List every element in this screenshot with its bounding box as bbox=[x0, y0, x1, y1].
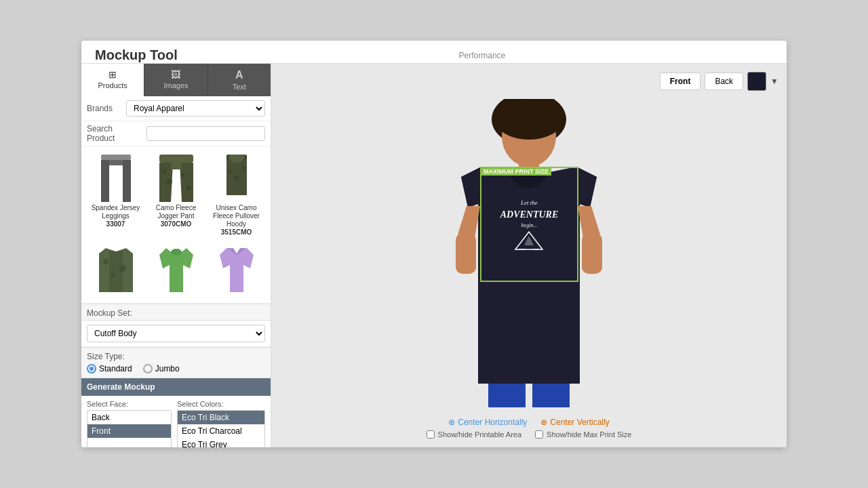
design-text: Let the ADVENTURE begin... bbox=[500, 199, 559, 254]
size-type-section: Size Type: Standard Jumbo bbox=[81, 347, 271, 378]
product-sku: 33007 bbox=[106, 220, 125, 228]
list-item[interactable] bbox=[147, 242, 205, 299]
search-input[interactable] bbox=[146, 126, 265, 141]
back-view-button[interactable]: Back bbox=[705, 73, 743, 90]
svg-rect-22 bbox=[109, 251, 123, 292]
generate-header: Generate Mockup bbox=[81, 378, 271, 396]
product-name: Camo Fleece Jogger Pant bbox=[151, 204, 201, 220]
svg-point-32 bbox=[495, 99, 563, 140]
product-grid: Spandex Jersey Leggings 33007 bbox=[81, 146, 271, 304]
right-panel: Front Back ▼ bbox=[271, 64, 787, 447]
generate-content: Select Face: Back Front Select Colors: E… bbox=[81, 396, 271, 447]
brands-label: Brands bbox=[87, 104, 121, 113]
tab-text[interactable]: A Text bbox=[208, 64, 271, 96]
center-vertically-button[interactable]: ⊕ Center Vertically bbox=[540, 418, 609, 427]
svg-point-17 bbox=[228, 169, 232, 174]
radio-row: Standard Jumbo bbox=[87, 364, 265, 373]
list-item[interactable]: Spandex Jersey Leggings 33007 bbox=[87, 150, 144, 239]
tab-images[interactable]: 🖼 Images bbox=[144, 64, 208, 96]
generate-section: Generate Mockup Select Face: Back Front … bbox=[81, 378, 271, 447]
center-v-label: Center Vertically bbox=[550, 418, 609, 427]
svg-point-24 bbox=[119, 265, 126, 272]
product-image bbox=[152, 245, 201, 294]
mockup-set-select[interactable]: Cutoff Body Full Body Ghost bbox=[87, 325, 265, 342]
text-icon: A bbox=[235, 69, 243, 81]
radio-jumbo-label: Jumbo bbox=[155, 364, 180, 373]
svg-rect-4 bbox=[159, 155, 193, 163]
print-area: MAXIMUM PRINT SIZE Let the ADVENTURE beg… bbox=[480, 167, 578, 282]
radio-dot-jumbo bbox=[143, 364, 153, 373]
product-name: Unisex Camo Fleece Pullover Hoody bbox=[211, 204, 262, 228]
color-dropdown-icon[interactable]: ▼ bbox=[770, 77, 778, 86]
mockup-set-label: Mockup Set: bbox=[81, 304, 271, 321]
products-icon: ⊞ bbox=[108, 69, 117, 80]
view-controls: Front Back ▼ bbox=[660, 72, 778, 91]
show-max-label: Show/hide Max Print Size bbox=[547, 430, 631, 439]
face-item-back[interactable]: Back bbox=[87, 411, 171, 424]
svg-point-23 bbox=[103, 259, 108, 264]
select-face-panel: Select Face: Back Front bbox=[87, 400, 172, 447]
svg-point-27 bbox=[171, 249, 182, 256]
printable-checkbox-input[interactable] bbox=[427, 430, 435, 439]
outer-wrapper: Mockup Tool Performance ⊞ Products 🖼 Ima… bbox=[0, 0, 868, 488]
select-face-label: Select Face: bbox=[87, 400, 172, 408]
show-printable-label: Show/hide Printable Area bbox=[438, 430, 522, 439]
face-item-front[interactable]: Front bbox=[87, 424, 171, 438]
color-item-eco-tri-black[interactable]: Eco Tri Black bbox=[178, 411, 264, 424]
product-image bbox=[92, 154, 140, 203]
center-v-icon: ⊕ bbox=[540, 418, 547, 427]
svg-point-25 bbox=[111, 273, 115, 277]
face-item-empty bbox=[87, 438, 171, 447]
page-title: Mockup Tool bbox=[95, 47, 178, 63]
list-item[interactable]: Unisex Camo Fleece Pullover Hoody 3515CM… bbox=[208, 150, 265, 239]
mockup-image-area: MAXIMUM PRINT SIZE Let the ADVENTURE beg… bbox=[420, 99, 637, 411]
svg-rect-7 bbox=[171, 163, 182, 169]
center-h-label: Center Horizontally bbox=[458, 418, 527, 427]
search-row: Search Product bbox=[81, 121, 271, 146]
svg-point-18 bbox=[241, 166, 245, 170]
product-image bbox=[212, 245, 261, 294]
radio-jumbo[interactable]: Jumbo bbox=[143, 364, 180, 373]
svg-point-9 bbox=[167, 179, 172, 184]
list-item[interactable] bbox=[87, 242, 144, 299]
bottom-controls: ⊕ Center Horizontally ⊕ Center Verticall… bbox=[448, 418, 609, 427]
color-swatch[interactable] bbox=[747, 72, 766, 91]
max-print-checkbox-input[interactable] bbox=[535, 430, 543, 439]
list-item[interactable]: Camo Fleece Jogger Pant 3070CMO bbox=[147, 150, 205, 239]
svg-rect-0 bbox=[101, 155, 131, 160]
radio-standard-label: Standard bbox=[99, 364, 132, 373]
tab-products[interactable]: ⊞ Products bbox=[81, 64, 144, 96]
show-max-checkbox[interactable]: Show/hide Max Print Size bbox=[535, 430, 631, 439]
svg-marker-39 bbox=[524, 236, 534, 245]
svg-point-10 bbox=[181, 173, 185, 177]
checkbox-row-area: Show/hide Printable Area Show/hide Max P… bbox=[427, 430, 632, 439]
svg-rect-35 bbox=[582, 233, 602, 274]
color-item-eco-tri-grey[interactable]: Eco Tri Grey bbox=[178, 438, 264, 447]
front-view-button[interactable]: Front bbox=[660, 73, 701, 90]
list-item[interactable] bbox=[208, 242, 265, 299]
product-image bbox=[152, 154, 201, 203]
brands-select[interactable]: Royal Apparel Next Level Gildan Bella+Ca… bbox=[126, 100, 265, 117]
colors-list: Eco Tri Black Eco Tri Charcoal Eco Tri G… bbox=[177, 410, 265, 447]
mockup-set-row: Cutoff Body Full Body Ghost bbox=[81, 321, 271, 347]
performance-link[interactable]: Performance bbox=[459, 51, 506, 60]
color-item-eco-tri-charcoal[interactable]: Eco Tri Charcoal bbox=[178, 424, 264, 438]
svg-rect-3 bbox=[109, 160, 123, 165]
product-name: Spandex Jersey Leggings bbox=[90, 204, 141, 220]
tabs: ⊞ Products 🖼 Images A Text bbox=[81, 64, 271, 96]
show-printable-checkbox[interactable]: Show/hide Printable Area bbox=[427, 430, 522, 439]
center-horizontally-button[interactable]: ⊕ Center Horizontally bbox=[448, 418, 527, 427]
svg-point-11 bbox=[186, 186, 191, 191]
left-panel: ⊞ Products 🖼 Images A Text Brands bbox=[81, 64, 271, 447]
search-label: Search Product bbox=[87, 124, 141, 143]
top-bar: Mockup Tool Performance bbox=[81, 41, 787, 64]
images-icon: 🖼 bbox=[171, 69, 180, 80]
radio-standard[interactable]: Standard bbox=[87, 364, 132, 373]
select-colors-label: Select Colors: bbox=[177, 400, 265, 408]
main-container: Mockup Tool Performance ⊞ Products 🖼 Ima… bbox=[81, 41, 787, 447]
select-colors-panel: Select Colors: Eco Tri Black Eco Tri Cha… bbox=[177, 400, 265, 447]
svg-point-19 bbox=[234, 176, 239, 181]
svg-rect-37 bbox=[532, 384, 570, 407]
product-image bbox=[92, 245, 140, 294]
content-area: ⊞ Products 🖼 Images A Text Brands bbox=[81, 64, 787, 447]
